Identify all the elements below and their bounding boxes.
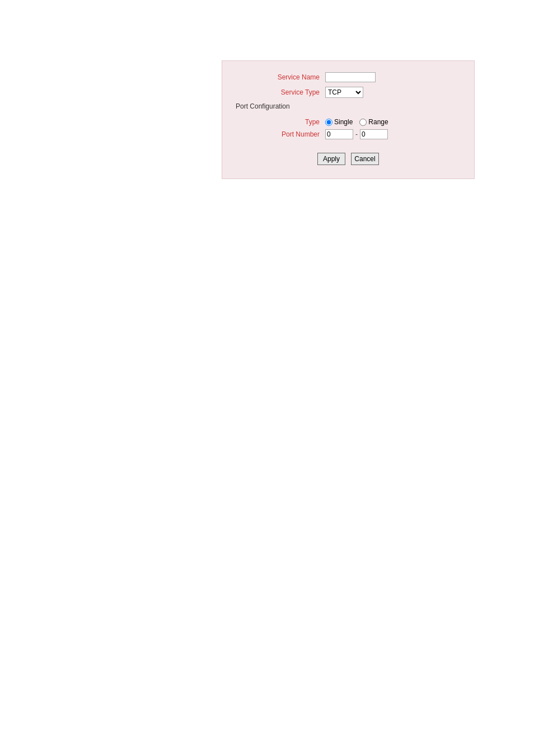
service-name-row: Service Name xyxy=(236,72,461,82)
range-radio-option[interactable]: Range xyxy=(359,118,388,126)
port-number-group: - xyxy=(325,129,388,139)
range-radio[interactable] xyxy=(359,119,367,126)
port-number-row: Port Number - xyxy=(236,129,461,139)
form-container: Service Name Service Type TCP UDP IP Por… xyxy=(222,60,475,179)
page-wrapper: Service Name Service Type TCP UDP IP Por… xyxy=(0,0,534,756)
cancel-button[interactable]: Cancel xyxy=(351,153,379,165)
service-name-input[interactable] xyxy=(325,72,376,82)
port-config-section-row: Port Configuration xyxy=(236,102,461,114)
range-radio-label: Range xyxy=(368,118,388,126)
service-type-label: Service Type xyxy=(236,88,325,96)
type-radio-group: Single Range xyxy=(325,118,388,126)
port-config-label: Port Configuration xyxy=(236,102,290,110)
service-type-row: Service Type TCP UDP IP xyxy=(236,87,461,98)
button-row: Apply Cancel xyxy=(236,153,461,165)
port-number-label: Port Number xyxy=(236,130,325,138)
service-type-select[interactable]: TCP UDP IP xyxy=(325,87,363,98)
port-separator: - xyxy=(355,130,358,138)
apply-button[interactable]: Apply xyxy=(317,153,345,165)
single-radio[interactable] xyxy=(325,119,332,126)
port-end-input[interactable] xyxy=(360,129,388,139)
type-label: Type xyxy=(236,118,325,126)
port-type-row: Type Single Range xyxy=(236,118,461,126)
single-radio-label: Single xyxy=(334,118,353,126)
single-radio-option[interactable]: Single xyxy=(325,118,353,126)
service-name-label: Service Name xyxy=(236,73,325,81)
port-start-input[interactable] xyxy=(325,129,353,139)
